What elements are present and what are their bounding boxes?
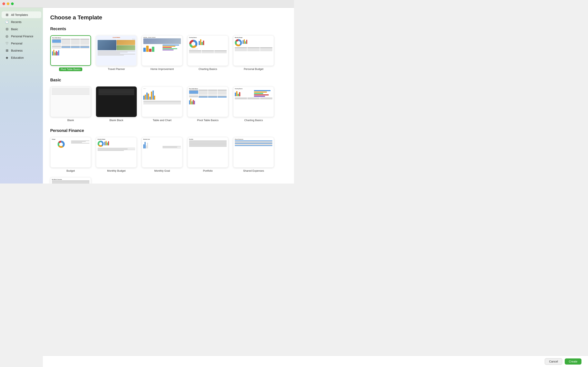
- template-card-portfolio[interactable]: Portfolio Portfolio: [187, 137, 228, 172]
- template-label-charting-basics: Charting Basics: [199, 67, 217, 71]
- personal-finance-grid: Budget: [50, 137, 287, 184]
- template-card-net-worth[interactable]: Net Worth: Overview Net Worth: Overview: [50, 177, 91, 184]
- close-button[interactable]: [2, 2, 5, 5]
- sidebar-label-personal: Personal: [11, 42, 22, 45]
- title-bar: [0, 0, 294, 8]
- sidebar-item-recents[interactable]: 🕐 Recents: [2, 18, 41, 25]
- sidebar-item-business[interactable]: ⊞ Business: [2, 47, 41, 54]
- template-label-blank-black: Blank Black: [109, 119, 123, 122]
- template-label-monthly-budget: Monthly Budget: [107, 169, 126, 172]
- template-thumb-table-and-chart[interactable]: Chart 1: [142, 86, 182, 117]
- table-icon: ⊟: [5, 27, 9, 31]
- template-thumb-monthly-budget[interactable]: Monthly Budget: [96, 137, 137, 167]
- sidebar-item-education[interactable]: ◈ Education: [2, 54, 41, 61]
- template-thumb-blank[interactable]: [50, 86, 91, 117]
- sidebar-label-basic: Basic: [11, 27, 18, 31]
- education-icon: ◈: [5, 56, 9, 59]
- template-thumb-budget[interactable]: Budget: [50, 137, 91, 167]
- template-label-budget: Budget: [66, 169, 75, 172]
- template-label-shared-expenses: Shared Expenses: [243, 169, 264, 172]
- section-title-basic: Basic: [50, 78, 287, 82]
- minimize-button[interactable]: [7, 2, 9, 5]
- template-label-blank: Blank: [67, 119, 74, 122]
- template-thumb-charting-basics[interactable]: Charting Basics ● Blue ● Orange ● Green …: [187, 35, 228, 66]
- basic-grid: Blank: [50, 86, 287, 122]
- template-thumb-portfolio[interactable]: Portfolio: [187, 137, 228, 167]
- template-label-travel-planner: Travel Planner: [108, 67, 125, 71]
- template-thumb-pivot-table-basics-2[interactable]: Pivot Table Basics: [187, 86, 228, 117]
- template-card-home-improvement[interactable]: REMODEL - PROJECT BUDGET: [142, 35, 182, 71]
- template-card-pivot-table-basics-2[interactable]: Pivot Table Basics: [187, 86, 228, 122]
- template-thumb-monthly-goal[interactable]: Monthly Goal: [142, 137, 182, 167]
- sidebar-item-personal-finance[interactable]: ◎ Personal Finance: [2, 33, 41, 40]
- page-title: Choose a Template: [50, 14, 287, 21]
- template-card-charting-basics[interactable]: Charting Basics ● Blue ● Orange ● Green …: [187, 35, 228, 71]
- sidebar: ⊞ All Templates 🕐 Recents ⊟ Basic ◎ Pers…: [0, 8, 43, 184]
- sidebar-label-education: Education: [11, 56, 24, 59]
- section-title-recents: Recents: [50, 26, 287, 31]
- template-card-travel-planner[interactable]: CALIFORNIA Itinerary: [96, 35, 137, 71]
- clock-icon: 🕐: [5, 20, 9, 24]
- sidebar-label-all-templates: All Templates: [11, 13, 28, 17]
- template-card-charting-basics-2[interactable]: Charting Basics: [233, 86, 274, 122]
- template-thumb-personal-budget[interactable]: Monthly Budget: [233, 35, 274, 66]
- template-thumb-home-improvement[interactable]: REMODEL - PROJECT BUDGET: [142, 35, 182, 66]
- template-label-monthly-goal: Monthly Goal: [154, 169, 170, 172]
- template-card-blank-black[interactable]: Blank Black: [96, 86, 137, 122]
- template-card-personal-budget[interactable]: Monthly Budget: [233, 35, 274, 71]
- template-thumb-blank-black[interactable]: [96, 86, 137, 117]
- sidebar-label-personal-finance: Personal Finance: [11, 35, 33, 38]
- template-label-portfolio: Portfolio: [203, 169, 213, 172]
- finance-icon: ◎: [5, 34, 9, 38]
- template-label-pivot-table-basics: Pivot Table Basics: [59, 67, 82, 71]
- section-title-personal-finance: Personal Finance: [50, 128, 287, 133]
- template-label-charting-basics-2: Charting Basics: [244, 119, 263, 122]
- template-label-pivot-table-basics-2: Pivot Table Basics: [197, 119, 218, 122]
- template-card-pivot-table-basics[interactable]: Pivot Table Basics: [50, 35, 91, 71]
- template-thumb-charting-basics-2[interactable]: Charting Basics: [233, 86, 274, 117]
- template-card-budget[interactable]: Budget: [50, 137, 91, 172]
- heart-icon: ♡: [5, 42, 9, 45]
- template-card-shared-expenses[interactable]: Shared Expenses Shared Expenses: [233, 137, 274, 172]
- content-area: Choose a Template Recents Pivot Table Ba…: [43, 8, 294, 184]
- template-thumb-travel-planner[interactable]: CALIFORNIA Itinerary: [96, 35, 137, 66]
- template-thumb-pivot-table-basics[interactable]: Pivot Table Basics: [50, 35, 91, 66]
- template-label-table-and-chart: Table and Chart: [153, 119, 172, 122]
- main-layout: ⊞ All Templates 🕐 Recents ⊟ Basic ◎ Pers…: [0, 8, 294, 184]
- template-label-home-improvement: Home Improvement: [150, 67, 174, 71]
- maximize-button[interactable]: [11, 2, 14, 5]
- template-card-table-and-chart[interactable]: Chart 1: [142, 86, 182, 122]
- business-icon: ⊞: [5, 49, 9, 52]
- template-thumb-shared-expenses[interactable]: Shared Expenses: [233, 137, 274, 167]
- grid-icon: ⊞: [5, 13, 9, 17]
- sidebar-item-personal[interactable]: ♡ Personal: [2, 40, 41, 47]
- recents-grid: Pivot Table Basics: [50, 35, 287, 71]
- template-card-monthly-budget[interactable]: Monthly Budget: [96, 137, 137, 172]
- template-card-blank[interactable]: Blank: [50, 86, 91, 122]
- template-thumb-net-worth[interactable]: Net Worth: Overview: [50, 177, 91, 184]
- sidebar-label-recents: Recents: [11, 20, 21, 24]
- sidebar-label-business: Business: [11, 49, 23, 52]
- template-label-personal-budget: Personal Budget: [244, 67, 263, 71]
- template-card-monthly-goal[interactable]: Monthly Goal: [142, 137, 182, 172]
- sidebar-item-basic[interactable]: ⊟ Basic: [2, 26, 41, 33]
- sidebar-item-all-templates[interactable]: ⊞ All Templates: [2, 11, 41, 18]
